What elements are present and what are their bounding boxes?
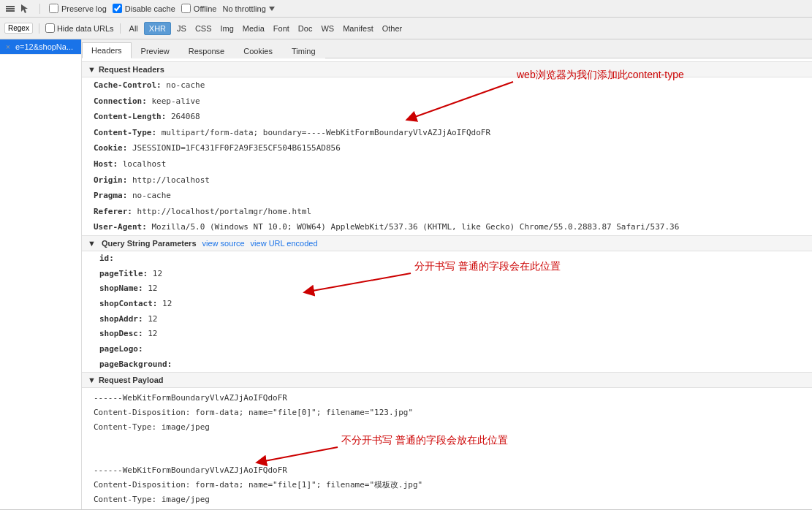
tab-preview[interactable]: Preview [132,43,179,58]
offline-checkbox[interactable] [181,4,191,13]
qs-pagelogo: pageLogo: [82,342,812,357]
sidebar: × e=12&shopNa... [0,39,82,509]
close-icon[interactable]: × [6,43,10,51]
no-throttling-label: No throttling [222,4,265,13]
header-key: User-Agent: [94,222,147,232]
header-origin: Origin: http://localhost [82,172,812,189]
header-val: no-cache [166,80,205,90]
qs-key: id: [99,254,114,263]
header-val: 264068 [171,112,200,121]
filter-all[interactable]: All [126,23,141,34]
offline-label: Offline [194,4,217,13]
qs-header[interactable]: ▼ Query String Parameters view source vi… [82,235,812,251]
filter-manifest[interactable]: Manifest [340,23,376,34]
sidebar-item-0[interactable]: × e=12&shopNa... [0,39,81,55]
payload-label: Request Payload [99,376,164,384]
header-cache-control: Cache-Control: no-cache [82,77,812,94]
tab-response[interactable]: Response [179,43,235,58]
request-headers-title[interactable]: ▼ Request Headers [82,61,812,77]
qs-pagetitle: pageTitle: 12 [82,267,812,282]
triangle-icon: ▼ [88,65,96,74]
header-key: Content-Type: [94,128,156,137]
header-content-type: Content-Type: multipart/form-data; bound… [82,125,812,141]
header-val: Mozilla/5.0 (Windows NT 10.0; WOW64) App… [151,222,679,232]
header-key: Cache-Control: [94,80,162,90]
sidebar-item-label-0: e=12&shopNa... [15,42,73,51]
qs-section: ▼ Query String Parameters view source vi… [82,235,812,373]
headers-content: ▼ Request Headers Cache-Control: no-cach… [82,58,812,509]
qs-val: 12 [148,283,157,293]
toolbar-icons [4,3,31,15]
filter-js[interactable]: JS [174,23,189,34]
filter-css[interactable]: CSS [192,23,215,34]
filter-ws[interactable]: WS [318,23,337,34]
header-val: no-cache [132,191,171,200]
svg-rect-2 [6,10,15,12]
svg-marker-3 [21,4,28,13]
request-headers-label: Request Headers [99,65,164,74]
header-val: localhost [123,159,167,169]
qs-val: 12 [148,314,157,324]
header-referer: Referer: http://localhost/portalmgr/home… [82,204,812,220]
qs-title: Query String Parameters [102,239,197,248]
header-val: keep-alive [151,96,200,106]
main-layout: × e=12&shopNa... Headers Preview Respons… [0,39,812,509]
request-headers-section: ▼ Request Headers Cache-Control: no-cach… [82,61,812,235]
tab-cookies[interactable]: Cookies [234,43,282,58]
qs-key: pageBackground: [99,359,172,369]
regex-button[interactable]: Regex [4,23,33,34]
qs-shopdesc: shopDesc: 12 [82,327,812,342]
qs-key: pageLogo: [99,344,143,354]
header-key: Host: [94,159,118,169]
separator-2 [39,23,39,34]
payload-triangle: ▼ [88,376,96,384]
view-source-link[interactable]: view source [202,239,245,248]
qs-val: 12 [148,329,157,338]
header-val: http://localhost [132,175,210,185]
header-key: Referer: [94,207,132,216]
header-connection: Connection: keep-alive [82,94,812,110]
payload-content: ------WebKitFormBoundaryVlvAZJjAoIFQdoFR… [82,388,812,509]
hide-data-urls-checkbox[interactable] [45,23,55,33]
hide-data-urls-group: Hide data URLs [45,23,114,33]
view-url-encoded-link[interactable]: view URL encoded [251,239,318,248]
qs-shopcontact: shopContact: 12 [82,297,812,312]
filter-img[interactable]: Img [218,23,237,34]
top-toolbar: Preserve log Disable cache Offline No th… [0,0,812,18]
separator-1 [39,4,40,14]
layers-icon[interactable] [4,3,16,15]
separator-3 [120,23,121,34]
header-user-agent: User-Agent: Mozilla/5.0 (Windows NT 10.0… [82,219,812,235]
payload-section: ▼ Request Payload ------WebKitFormBounda… [82,372,812,509]
header-val: JSESSIONID=1FC431FF0F2A9F3E5CF504B6155AD… [132,143,341,153]
header-host: Host: localhost [82,156,812,172]
qs-val: 12 [153,269,162,278]
qs-key: shopDesc: [99,329,143,338]
qs-key: pageTitle: [99,269,148,278]
qs-pagebackground: pageBackground: [82,357,812,373]
filter-doc[interactable]: Doc [295,23,316,34]
header-val: http://localhost/portalmgr/home.html [137,207,311,216]
header-key: Pragma: [94,191,127,200]
filter-font[interactable]: Font [270,23,292,34]
qs-val: 12 [162,299,172,308]
tab-timing[interactable]: Timing [282,43,325,58]
filter-media[interactable]: Media [240,23,267,34]
cursor-icon[interactable] [19,3,31,15]
tab-headers[interactable]: Headers [82,42,132,58]
header-key: Origin: [94,175,127,185]
preserve-log-checkbox[interactable] [49,4,58,13]
preserve-log-label: Preserve log [61,4,107,13]
qs-shopaddr: shopAddr: 12 [82,312,812,327]
disable-cache-checkbox[interactable] [113,4,122,13]
filter-other[interactable]: Other [379,23,406,34]
header-cookie: Cookie: JSESSIONID=1FC431FF0F2A9F3E5CF50… [82,140,812,156]
filter-xhr[interactable]: XHR [144,22,171,35]
payload-title[interactable]: ▼ Request Payload [82,372,812,388]
header-val: multipart/form-data; boundary=----WebKit… [162,128,490,137]
disable-cache-group: Disable cache [113,4,175,13]
throttle-select[interactable]: No throttling [222,4,274,13]
header-content-length: Content-Length: 264068 [82,109,812,125]
offline-group: Offline [181,4,217,13]
throttle-dropdown-icon [269,7,275,11]
